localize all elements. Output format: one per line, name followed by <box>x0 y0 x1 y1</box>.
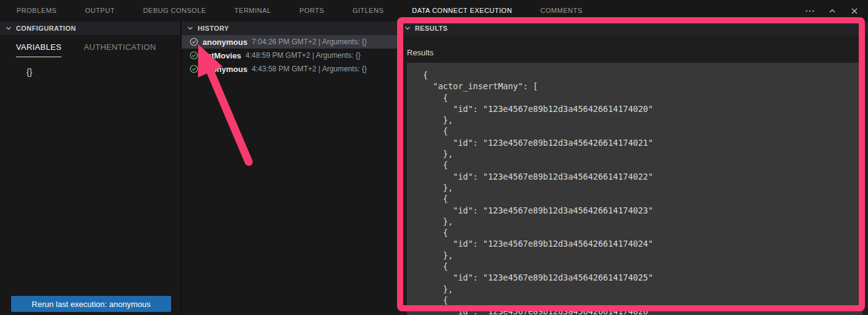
configuration-subtabs: VARIABLES AUTHENTICATION <box>0 35 180 57</box>
configuration-header-label: CONFIGURATION <box>16 25 76 32</box>
panel-actions: ⋯ <box>805 6 859 16</box>
results-header[interactable]: RESULTS <box>399 22 868 35</box>
history-item-detail: 7:04:26 PM GMT+2 | Arguments: {} <box>252 38 367 46</box>
results-body: Results { "actor_insertMany": [ { "id": … <box>399 35 868 315</box>
tab-ports[interactable]: PORTS <box>299 0 324 22</box>
results-label: Results <box>407 48 868 57</box>
configuration-pane: CONFIGURATION VARIABLES AUTHENTICATION {… <box>0 22 182 315</box>
results-json-output[interactable]: { "actor_insertMany": [ { "id": "123e456… <box>407 63 862 315</box>
configuration-header[interactable]: CONFIGURATION <box>0 22 180 35</box>
more-actions-icon[interactable]: ⋯ <box>805 6 815 16</box>
chevron-down-icon <box>403 23 412 33</box>
results-pane: RESULTS Results { "actor_insertMany": [ … <box>399 22 868 315</box>
results-header-label: RESULTS <box>415 25 448 32</box>
ellipsis-glyph: ⋯ <box>805 8 816 14</box>
passed-check-icon <box>190 38 198 46</box>
tab-variables[interactable]: VARIABLES <box>16 42 62 57</box>
passed-check-icon <box>190 65 198 73</box>
panel-content: CONFIGURATION VARIABLES AUTHENTICATION {… <box>0 22 868 315</box>
chevron-down-icon <box>4 23 14 33</box>
history-item-name: anonymous <box>203 65 247 74</box>
variables-value[interactable]: {} <box>26 67 180 77</box>
passed-check-icon <box>190 51 198 60</box>
history-item[interactable]: anonymous 4:43:58 PM GMT+2 | Arguments: … <box>182 62 398 76</box>
bottom-panel: PROBLEMS OUTPUT DEBUG CONSOLE TERMINAL P… <box>0 0 868 315</box>
history-item-name: anonymous <box>203 38 247 47</box>
history-item-detail: 4:43:58 PM GMT+2 | Arguments: {} <box>252 65 367 73</box>
maximize-panel-icon[interactable] <box>827 6 837 16</box>
history-header[interactable]: HISTORY <box>182 22 398 35</box>
tab-output[interactable]: OUTPUT <box>85 0 115 22</box>
history-header-label: HISTORY <box>198 25 229 32</box>
tab-gitlens[interactable]: GITLENS <box>353 0 384 22</box>
rerun-last-execution-button[interactable]: Rerun last execution: anonymous <box>11 296 171 312</box>
history-item-name: listMovies <box>203 51 241 60</box>
tab-problems[interactable]: PROBLEMS <box>17 0 57 22</box>
chevron-down-icon <box>185 23 195 33</box>
close-panel-icon[interactable] <box>850 6 859 16</box>
panel-tabbar: PROBLEMS OUTPUT DEBUG CONSOLE TERMINAL P… <box>0 0 868 22</box>
history-pane: HISTORY anonymous 7:04:26 PM GMT+2 | Arg… <box>182 22 399 315</box>
panel-tabs: PROBLEMS OUTPUT DEBUG CONSOLE TERMINAL P… <box>17 0 582 22</box>
tab-comments[interactable]: COMMENTS <box>540 0 582 22</box>
tab-debug-console[interactable]: DEBUG CONSOLE <box>143 0 206 22</box>
tab-authentication[interactable]: AUTHENTICATION <box>84 42 156 57</box>
tab-data-connect-execution[interactable]: DATA CONNECT EXECUTION <box>412 0 512 22</box>
history-item[interactable]: anonymous 7:04:26 PM GMT+2 | Arguments: … <box>182 35 398 49</box>
tab-terminal[interactable]: TERMINAL <box>235 0 271 22</box>
history-item[interactable]: listMovies 4:48:59 PM GMT+2 | Arguments:… <box>182 49 398 62</box>
history-item-detail: 4:48:59 PM GMT+2 | Arguments: {} <box>246 51 361 60</box>
